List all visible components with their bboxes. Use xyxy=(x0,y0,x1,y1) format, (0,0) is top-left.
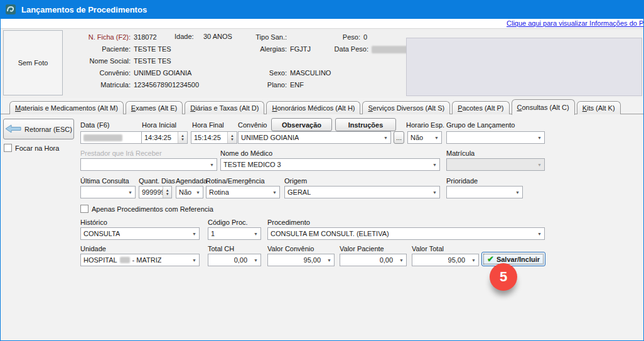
dropdown-icon: ▼ xyxy=(190,258,196,263)
spin-down-icon[interactable]: ▼ xyxy=(181,138,185,141)
agendada-combobox[interactable]: Não ▼ xyxy=(176,186,203,198)
spinner-buttons[interactable]: ▲ ▼ xyxy=(227,132,237,143)
codigo-proc-label: Código Proc. xyxy=(208,219,248,226)
unidade-redacted-part xyxy=(120,257,130,263)
codigo-proc-combobox[interactable]: 1 ▼ xyxy=(208,227,261,240)
valor-convenio-field[interactable]: 95,00 ▼ xyxy=(267,254,335,266)
app-window: Lançamentos de Procedimentos Clique aqui… xyxy=(0,0,644,341)
nome-social-label: Nome Social: xyxy=(57,57,131,65)
prioridade-label: Prioridade xyxy=(446,177,478,185)
data-combobox[interactable]: ▼ xyxy=(80,131,148,144)
quant-dias-spinner[interactable]: 999999 ▲ ▼ xyxy=(139,186,172,198)
tab-materiais-medicamentos[interactable]: Materiais e Medicamentos (Alt M) xyxy=(9,101,124,114)
prestador-combobox[interactable]: ▼ xyxy=(80,158,217,171)
nome-social-value: TESTE TES xyxy=(134,57,171,65)
hora-inicial-label: Hora Inicial xyxy=(142,121,176,129)
convenio-field-label: Convênio xyxy=(238,121,267,129)
dropdown-icon: ▼ xyxy=(251,232,258,236)
tab-servicos-diversos[interactable]: Serviços Diversos (Alt S) xyxy=(362,101,450,114)
patient-info-link[interactable]: Clique aqui para visualizar Informações … xyxy=(507,19,644,27)
dropdown-icon: ▼ xyxy=(397,258,404,263)
tipo-san-label: Tipo San.: xyxy=(239,33,287,41)
matricula-field-label: Matrícula xyxy=(446,149,475,157)
dropdown-icon: ▼ xyxy=(190,232,196,236)
agendada-label: Agendada xyxy=(176,177,207,185)
spinner-buttons[interactable]: ▲ ▼ xyxy=(163,187,171,198)
data-peso-label: Data Peso: xyxy=(314,45,368,53)
valor-convenio-label: Valor Convênio xyxy=(267,245,314,252)
tab-honorarios-medicos[interactable]: Honorários Médicos (Alt H) xyxy=(266,101,360,114)
hora-inicial-spinner[interactable]: 14:34:25 ▲ ▼ xyxy=(141,131,188,144)
valor-paciente-label: Valor Paciente xyxy=(340,245,384,252)
rotina-emergencia-combobox[interactable]: Rotina ▼ xyxy=(206,186,280,198)
tab-diarias-taxas[interactable]: Diárias e Taxas (Alt D) xyxy=(185,101,264,114)
app-icon xyxy=(5,4,16,15)
photo-placeholder-text: Sem Foto xyxy=(18,59,48,67)
grupo-lancamento-combobox[interactable]: ▼ xyxy=(446,131,545,144)
prestador-label: Prestador que Irá Receber xyxy=(80,149,162,157)
apenas-referencia-checkbox[interactable] xyxy=(80,205,89,213)
peso-label: Peso: xyxy=(327,33,360,41)
dropdown-icon: ▼ xyxy=(430,163,437,167)
alergias-value: FGJTJ xyxy=(290,45,311,53)
apenas-referencia-label: Apenas Procedimentos com Referencia xyxy=(92,205,213,213)
tab-consultas[interactable]: Consultas (Alt C) xyxy=(512,99,575,115)
notes-panel xyxy=(406,38,642,96)
patient-band: Sem Foto N. Ficha (F2): 318072 Idade: 30… xyxy=(1,28,644,98)
valor-total-label: Valor Total xyxy=(412,245,444,252)
historico-combobox[interactable]: CONSULTA ▼ xyxy=(80,227,200,240)
origem-combobox[interactable]: GERAL ▼ xyxy=(284,186,440,198)
tab-pacotes[interactable]: Pacotes (Alt P) xyxy=(452,101,509,114)
hora-final-spinner[interactable]: 15:14:25 ▲ ▼ xyxy=(191,131,237,144)
dropdown-icon: ▼ xyxy=(469,258,476,263)
dropdown-icon: ▼ xyxy=(432,136,439,140)
focar-na-hora-label: Focar na Hora xyxy=(15,144,59,152)
dropdown-icon: ▼ xyxy=(535,136,542,140)
prioridade-combobox[interactable]: ▼ xyxy=(446,186,523,198)
ficha-label: N. Ficha (F2): xyxy=(57,33,131,41)
check-icon: ✔ xyxy=(487,254,494,264)
focar-na-hora-checkbox[interactable] xyxy=(4,144,12,152)
convenio-label: Convênio: xyxy=(57,69,131,77)
historico-label: Histórico xyxy=(80,219,107,226)
paciente-value: TESTE TES xyxy=(134,45,171,53)
idade-value: 30 ANOS xyxy=(203,33,232,40)
paciente-label: Paciente: xyxy=(57,45,131,53)
photo-placeholder: Sem Foto xyxy=(3,30,63,95)
ficha-value: 318072 xyxy=(134,33,157,41)
instrucoes-button[interactable]: Instruções xyxy=(335,118,396,131)
observacao-button[interactable]: Observação xyxy=(271,118,332,131)
convenio-value: UNIMED GOIANIA xyxy=(134,69,191,77)
procedimento-label: Procedimento xyxy=(267,219,310,226)
convenio-combobox[interactable]: UNIMED GOIANIA ▼ xyxy=(238,131,391,144)
quant-dias-label: Quant. Dias xyxy=(139,177,175,185)
origem-label: Origem xyxy=(284,177,307,185)
window-title: Lançamentos de Procedimentos xyxy=(21,5,147,14)
total-ch-field[interactable]: 0,00 ▼ xyxy=(208,254,261,266)
spin-down-icon[interactable]: ▼ xyxy=(166,192,169,196)
nome-medico-combobox[interactable]: TESTE MEDICO 3 ▼ xyxy=(220,158,440,171)
dropdown-icon: ▼ xyxy=(126,190,132,195)
unidade-combobox[interactable]: HOSPITAL - MATRIZ ▼ xyxy=(80,254,200,266)
dropdown-icon: ▼ xyxy=(513,190,520,195)
tab-exames[interactable]: Exames (Alt E) xyxy=(126,101,183,114)
salvar-incluir-button[interactable]: ✔ Salvar/Incluir xyxy=(481,252,545,266)
hora-final-label: Hora Final xyxy=(192,121,224,129)
ultima-consulta-combobox[interactable]: ▼ xyxy=(80,186,136,198)
horario-esp-combobox[interactable]: Não ▼ xyxy=(407,131,442,144)
tab-strip: Materiais e Medicamentos (Alt M) Exames … xyxy=(9,99,621,114)
spinner-buttons[interactable]: ▲ ▼ xyxy=(178,132,187,143)
valor-paciente-field[interactable]: 0,00 ▼ xyxy=(340,254,407,266)
grupo-lancamento-label: Grupo de Lançamento xyxy=(446,121,515,129)
spin-down-icon[interactable]: ▼ xyxy=(230,138,234,141)
plano-value: ENF xyxy=(290,81,304,89)
procedimento-combobox[interactable]: CONSULTA EM CONSULT. (ELETIVA) ▼ xyxy=(267,227,545,240)
unidade-label: Unidade xyxy=(80,245,106,252)
titlebar: Lançamentos de Procedimentos xyxy=(0,0,644,19)
valor-total-field[interactable]: 95,00 ▼ xyxy=(412,254,479,266)
dropdown-icon: ▼ xyxy=(207,163,214,167)
tab-kits[interactable]: Kits (Alt K) xyxy=(577,101,621,114)
dropdown-icon: ▼ xyxy=(535,163,542,167)
convenio-ellipsis-button[interactable]: ... xyxy=(394,131,404,144)
retornar-button[interactable]: Retornar (ESC) xyxy=(3,119,74,139)
